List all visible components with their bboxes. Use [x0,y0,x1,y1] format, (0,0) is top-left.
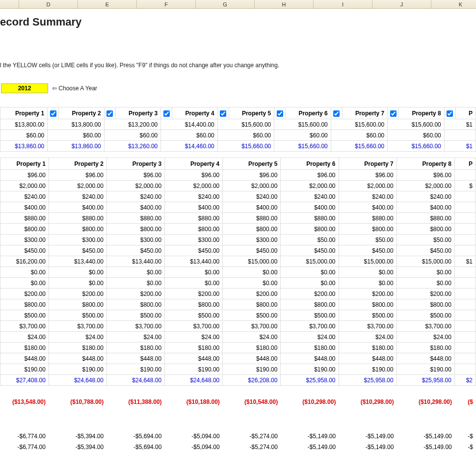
cell[interactable]: $0.00 [223,267,281,278]
include-checkbox[interactable] [447,110,453,117]
cell[interactable]: $13,800.00 [59,119,105,130]
cell[interactable]: $15,660.00 [229,141,274,152]
include-checkbox[interactable] [390,110,397,117]
cell[interactable]: $800.00 [0,224,49,235]
cell[interactable]: $180.00 [0,343,49,353]
table2-header[interactable]: Property 8 [397,158,454,170]
cell[interactable]: $50.00 [397,235,454,245]
table2-header[interactable]: Property 4 [165,158,223,170]
cell[interactable]: $450.00 [49,245,106,256]
cell[interactable]: $300.00 [106,235,164,245]
cell[interactable]: -$5,394.00 [49,442,106,452]
include-checkbox[interactable] [277,110,283,117]
cell[interactable]: $190.00 [339,364,397,375]
cell[interactable]: $13,860.00 [0,141,48,152]
cell[interactable]: $24.00 [49,332,106,343]
cell[interactable]: $500.00 [0,310,49,321]
cell[interactable]: $190.00 [0,364,49,375]
cell[interactable]: $14,460.00 [172,141,218,152]
cell[interactable]: $200.00 [281,289,339,299]
cell[interactable]: $190.00 [165,364,223,375]
cell[interactable]: $448.00 [0,353,49,364]
cell[interactable]: $0.00 [281,278,339,289]
cell[interactable]: $800.00 [49,299,106,310]
cell[interactable]: $448.00 [49,353,106,364]
cell[interactable] [454,343,476,353]
cell[interactable]: $2,000.00 [165,181,223,191]
cell[interactable]: -$5,149.00 [281,442,339,452]
cell[interactable]: $15,600.00 [399,119,445,130]
cell[interactable]: $3,700.00 [397,321,454,332]
cell[interactable]: $3,700.00 [106,321,164,332]
cell[interactable]: $448.00 [397,353,454,364]
cell[interactable]: $2,000.00 [49,181,106,191]
cell[interactable]: $880.00 [223,213,281,224]
cell[interactable]: -$5,274.00 [223,431,281,442]
cell[interactable]: $50.00 [281,235,339,245]
cell[interactable]: $240.00 [49,191,106,202]
cell[interactable]: $2,000.00 [0,181,49,191]
cell[interactable]: $500.00 [397,310,454,321]
cell[interactable]: $25,958.00 [281,375,339,386]
table1-header[interactable]: Property 3 [115,107,161,119]
cell[interactable]: $60.00 [59,130,105,141]
cell[interactable]: -$5,149.00 [397,431,454,442]
cell[interactable] [454,267,476,278]
cell[interactable]: $0.00 [106,278,164,289]
cell[interactable]: $240.00 [397,191,454,202]
table1-header[interactable]: P [455,107,476,119]
cell[interactable]: $400.00 [339,202,397,213]
cell[interactable]: -$5,149.00 [339,431,397,442]
cell[interactable]: $880.00 [339,213,397,224]
cell[interactable]: $190.00 [281,364,339,375]
col-header[interactable]: H [255,0,314,8]
cell[interactable]: $800.00 [339,299,397,310]
cell[interactable]: $13,440.00 [49,256,106,267]
cell[interactable]: $880.00 [49,213,106,224]
table1-header[interactable]: Property 2 [59,107,105,119]
cell[interactable]: $60.00 [399,130,445,141]
cell[interactable]: $2,000.00 [223,181,281,191]
cell[interactable]: $190.00 [106,364,164,375]
cell[interactable]: -$ [455,442,476,452]
cell[interactable]: $500.00 [281,310,339,321]
cell[interactable]: $400.00 [281,202,339,213]
table1-header[interactable]: Property 5 [229,107,274,119]
cell[interactable]: $96.00 [0,170,49,181]
cell[interactable]: $0.00 [0,267,49,278]
cell[interactable]: $60.00 [115,130,161,141]
cell[interactable]: $24.00 [397,332,454,343]
cell[interactable]: $800.00 [106,299,164,310]
col-header[interactable]: I [314,0,372,8]
cell[interactable]: $800.00 [223,299,281,310]
include-checkbox-cell[interactable] [444,107,455,119]
cell[interactable]: $180.00 [339,343,397,353]
cell[interactable]: $24.00 [0,332,49,343]
cell[interactable]: $190.00 [49,364,106,375]
cell[interactable]: $1 [455,119,476,130]
cell[interactable]: $15,660.00 [286,141,331,152]
cell[interactable]: $60.00 [342,130,388,141]
include-checkbox-cell[interactable] [161,107,172,119]
include-checkbox[interactable] [106,110,113,117]
cell[interactable]: $24.00 [106,332,164,343]
cell[interactable]: $0.00 [165,278,223,289]
cell[interactable]: $2,000.00 [281,181,339,191]
cell[interactable]: $450.00 [0,245,49,256]
net-loss-cell[interactable]: ($10,548.00) [223,397,281,407]
cell[interactable]: $96.00 [339,170,397,181]
cell[interactable]: $24.00 [223,332,281,343]
cell[interactable]: $450.00 [106,245,164,256]
cell[interactable]: $13,200.00 [115,119,161,130]
cell[interactable]: $96.00 [223,170,281,181]
cell[interactable]: $60.00 [0,130,48,141]
cell[interactable]: $880.00 [106,213,164,224]
cell[interactable]: -$5,694.00 [106,442,164,452]
cell[interactable]: $50.00 [339,235,397,245]
cell[interactable]: -$6,774.00 [0,442,49,452]
cell[interactable]: $240.00 [281,191,339,202]
net-loss-cell[interactable]: ($10,298.00) [339,397,397,407]
table2-header[interactable]: Property 6 [281,158,339,170]
cell[interactable]: $448.00 [339,353,397,364]
cell[interactable]: $300.00 [223,235,281,245]
